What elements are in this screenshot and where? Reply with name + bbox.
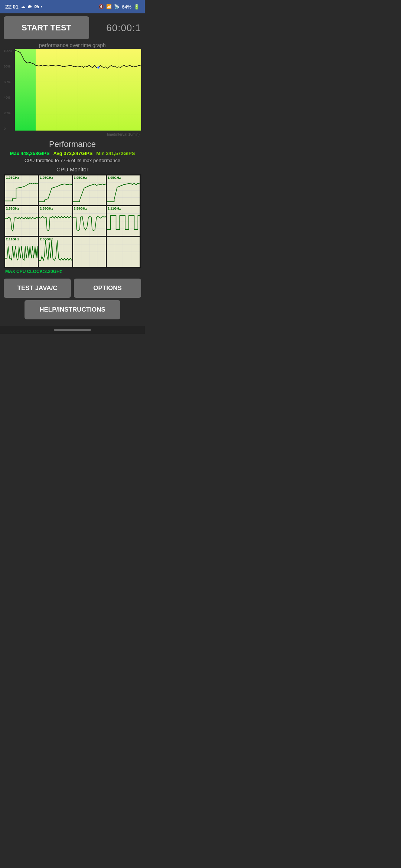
status-right: 🔇 📶 📡 64% 🔋 [98,4,140,10]
y-label-0: 0 [4,127,16,131]
cpu-freq-4: 2.59GHz [6,207,19,210]
cpu-freq-1: 1.95GHz [40,176,53,180]
wifi-icon: 📶 [106,4,112,9]
performance-section: Performance Max 448,258GIPS Avg 373,847G… [4,139,141,163]
cpu-cell-11 [107,237,140,267]
cpu-cell-1: 1.95GHz [39,175,72,205]
y-label-40: 40% [4,96,16,99]
y-label-100: 100% [4,49,16,53]
y-label-20: 20% [4,111,16,115]
main-content: START TEST 60:00:1 performance over time… [0,13,145,326]
test-java-c-button[interactable]: TEST JAVA/C [4,279,71,298]
cpu-cell-10 [73,237,106,267]
mute-icon: 🔇 [98,4,104,9]
cpu-freq-5: 2.59GHz [40,207,53,210]
perf-min: Min 341,572GIPS [96,151,135,156]
status-left: 22:01 ☁ 🌧 🛍 • [5,4,42,10]
svg-rect-13 [36,49,141,131]
top-row: START TEST 60:00:1 [4,16,141,39]
max-cpu-clock: MAX CPU CLOCK:3.20GHz [4,268,141,275]
performance-graph-container: 100% 80% 60% 40% 20% 0 [4,49,141,137]
timer-display: 60:00:1 [93,22,141,34]
performance-svg [15,49,141,131]
graph-x-label: time(interval 10min) [4,132,141,137]
cloud-icon: ☁ [21,4,25,9]
bottom-buttons: TEST JAVA/C OPTIONS [4,279,141,298]
rain-icon: 🌧 [27,4,32,9]
cpu-freq-7: 2.11GHz [108,207,121,210]
cpu-cell-3: 1.95GHz [107,175,140,205]
status-bar: 22:01 ☁ 🌧 🛍 • 🔇 📶 📡 64% 🔋 [0,0,145,13]
cpu-monitor-title: CPU Monitor [4,166,141,172]
cpu-freq-2: 1.95GHz [74,176,87,180]
cpu-freq-3: 1.95GHz [108,176,121,180]
cpu-cell-6: 2.59GHz [73,206,106,236]
time-display: 22:01 [5,4,19,10]
cpu-freq-0: 1.95GHz [6,176,19,180]
battery-icon: 🔋 [134,4,140,10]
dot-icon: • [41,4,42,9]
signal-icon: 📡 [114,4,120,9]
cpu-cell-2: 1.95GHz [73,175,106,205]
battery-percent: 64% [122,4,131,10]
cpu-monitor-section: CPU Monitor 1.95GHz 1.95GHz [4,166,141,275]
help-button-wrap: HELP/INSTRUCTIONS [4,300,141,319]
perf-throttle: CPU throttled to 77% of its max performa… [4,158,141,163]
cpu-cell-0: 1.95GHz [5,175,38,205]
nav-pill [54,329,91,331]
performance-title: Performance [4,139,141,149]
cpu-cell-5: 2.59GHz [39,206,72,236]
cpu-cell-9: 2.68GHz [39,237,72,267]
options-button[interactable]: OPTIONS [74,279,141,298]
cpu-grid: 1.95GHz 1.95GHz [4,174,141,268]
svg-point-14 [97,66,100,69]
cpu-cell-4: 2.59GHz [5,206,38,236]
perf-max: Max 448,258GIPS [10,151,50,156]
graph-title: performance over time graph [4,42,141,48]
start-test-button[interactable]: START TEST [4,16,89,39]
cpu-cell-8: 2.11GHz [5,237,38,267]
y-label-80: 80% [4,65,16,68]
graph-area [15,49,141,132]
y-label-60: 60% [4,80,16,84]
navigation-bar [0,326,145,334]
perf-avg: Avg 373,847GIPS [53,151,93,156]
cpu-freq-8: 2.11GHz [6,237,19,241]
cpu-freq-6: 2.59GHz [74,207,87,210]
performance-stats: Max 448,258GIPS Avg 373,847GIPS Min 341,… [4,151,141,156]
cpu-freq-9: 2.68GHz [40,237,53,241]
cpu-cell-7: 2.11GHz [107,206,140,236]
bag-icon: 🛍 [34,4,39,9]
help-instructions-button[interactable]: HELP/INSTRUCTIONS [25,300,120,319]
